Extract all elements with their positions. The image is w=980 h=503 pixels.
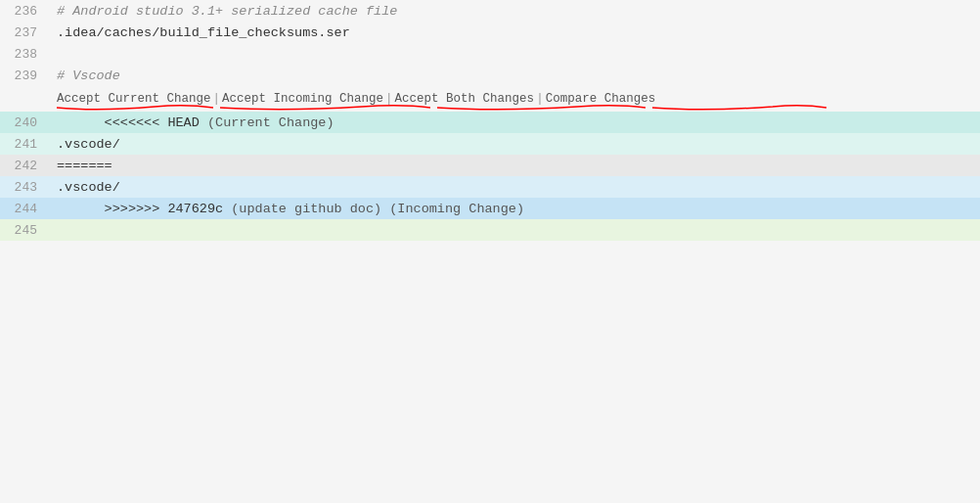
line-blank-2: [0, 262, 980, 284]
line-blank-1: [0, 241, 980, 262]
line-content-237: .idea/caches/build_file_checksums.ser: [49, 25, 980, 40]
line-blank-7: [0, 370, 980, 391]
line-number-245: 245: [0, 223, 49, 238]
line-blank-8: [0, 391, 980, 413]
line-content-239: # Vscode: [49, 69, 980, 83]
line-244: 244 >>>>>>> 247629c (update github doc) …: [0, 198, 980, 219]
line-number-236: 236: [0, 4, 49, 19]
editor-area: 236 # Android studio 3.1+ serialized cac…: [0, 0, 980, 503]
line-number-238: 238: [0, 47, 49, 62]
line-content-236: # Android studio 3.1+ serialized cache f…: [49, 4, 980, 19]
line-237: 237 .idea/caches/build_file_checksums.se…: [0, 22, 980, 43]
line-content-242: =======: [49, 159, 980, 173]
line-240: 240 <<<<<<< HEAD (Current Change): [0, 112, 980, 133]
line-number-244: 244: [0, 202, 49, 216]
line-238: 238: [0, 43, 980, 65]
line-blank-5: [0, 327, 980, 348]
line-number-239: 239: [0, 69, 49, 83]
line-blank-6: [0, 348, 980, 370]
line-number-242: 242: [0, 159, 49, 173]
line-blank-3: [0, 284, 980, 305]
line-number-241: 241: [0, 137, 49, 152]
line-blank-4: [0, 305, 980, 327]
line-236: 236 # Android studio 3.1+ serialized cac…: [0, 0, 980, 22]
line-241: 241 .vscode/: [0, 133, 980, 155]
line-content-241: .vscode/: [49, 137, 980, 152]
line-245: 245: [0, 219, 980, 241]
line-242: 242 =======: [0, 155, 980, 176]
line-number-240: 240: [0, 115, 49, 130]
line-number-237: 237: [0, 25, 49, 40]
line-239: 239 # Vscode: [0, 65, 980, 86]
line-number-243: 243: [0, 180, 49, 195]
